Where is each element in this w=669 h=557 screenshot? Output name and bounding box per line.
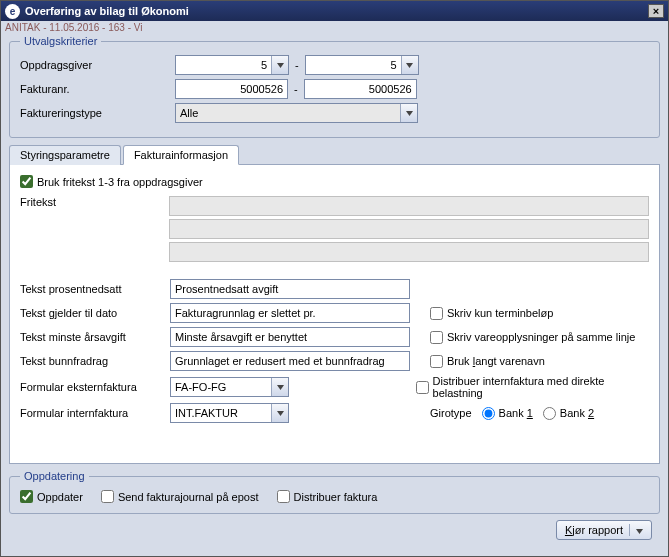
bruk-fritekst-label: Bruk fritekst 1-3 fra oppdragsgiver [37,176,203,188]
oppdater-label: Oppdater [37,491,83,503]
tekst-bunnfradrag-input[interactable] [170,351,410,371]
girotype-bank1-label: Bank 1 [499,407,533,419]
tekst-minste-label: Tekst minste årsavgift [20,331,170,343]
oppdragsgiver-label: Oppdragsgiver [20,59,175,71]
skriv-terminbelop-label: Skriv kun terminbeløp [447,307,553,319]
skriv-vareopplysninger-checkbox[interactable]: Skriv vareopplysninger på samme linje [430,331,635,344]
distribuer-internfaktura-input[interactable] [416,381,429,394]
send-fakturajournal-input[interactable] [101,490,114,503]
oppdragsgiver-from-field[interactable] [175,55,289,75]
oppdragsgiver-to-field[interactable] [305,55,419,75]
skriv-vareopplysninger-input[interactable] [430,331,443,344]
utvalgskriterier-group: Utvalgskriterier Oppdragsgiver - Faktura… [9,35,660,138]
tab-panel-fakturainformasjon: Bruk fritekst 1-3 fra oppdragsgiver Frit… [9,164,660,464]
faktureringstype-label: Faktureringstype [20,107,175,119]
girotype-bank1-input[interactable] [482,407,495,420]
run-report-button[interactable]: Kjør rapport [556,520,652,540]
faktureringstype-value[interactable] [176,104,400,122]
distribuer-faktura-input[interactable] [277,490,290,503]
fakturanr-from-input[interactable] [175,79,288,99]
close-button[interactable]: × [648,4,664,18]
utvalgskriterier-legend: Utvalgskriterier [20,35,101,47]
fritekst-label: Fritekst [20,196,169,208]
formular-intern-label: Formular internfaktura [20,407,170,419]
range-separator: - [295,59,299,71]
tekst-prosentnedsatt-input[interactable] [170,279,410,299]
chevron-down-icon[interactable] [401,56,418,74]
titlebar: e Overføring av bilag til Økonomi × [1,1,668,21]
fritekst-1-input[interactable] [169,196,649,216]
distribuer-internfaktura-label: Distribuer internfaktura med direkte bel… [433,375,649,399]
fritekst-3-input[interactable] [169,242,649,262]
tekst-gjelder-label: Tekst gjelder til dato [20,307,170,319]
oppdragsgiver-from-input[interactable] [176,56,271,74]
distribuer-faktura-label: Distribuer faktura [294,491,378,503]
skriv-terminbelop-checkbox[interactable]: Skriv kun terminbeløp [430,307,553,320]
chevron-down-icon[interactable] [271,378,288,396]
oppdater-input[interactable] [20,490,33,503]
skriv-vareopplysninger-label: Skriv vareopplysninger på samme linje [447,331,635,343]
window-subtitle: ANITAK - 11.05.2016 - 163 - Vi [1,21,668,35]
window-title: Overføring av bilag til Økonomi [25,5,648,17]
bruk-fritekst-checkbox[interactable]: Bruk fritekst 1-3 fra oppdragsgiver [20,175,649,188]
tab-fakturainformasjon[interactable]: Fakturainformasjon [123,145,239,165]
oppdatering-group: Oppdatering Oppdater Send fakturajournal… [9,470,660,514]
bruk-langt-varenavn-checkbox[interactable]: Bruk langt varenavn [430,355,545,368]
formular-ekstern-label: Formular eksternfaktura [20,381,170,393]
girotype-label: Girotype [430,407,472,419]
oppdatering-legend: Oppdatering [20,470,89,482]
chevron-down-icon[interactable] [400,104,417,122]
fakturanr-label: Fakturanr. [20,83,175,95]
formular-intern-select[interactable] [170,403,289,423]
tekst-minste-input[interactable] [170,327,410,347]
bruk-langt-varenavn-label: Bruk langt varenavn [447,355,545,367]
skriv-terminbelop-input[interactable] [430,307,443,320]
tab-styringsparametre[interactable]: Styringsparametre [9,145,121,165]
app-logo-icon: e [5,4,20,19]
oppdater-checkbox[interactable]: Oppdater [20,490,83,503]
oppdragsgiver-to-input[interactable] [306,56,401,74]
chevron-down-icon[interactable] [271,404,288,422]
girotype-bank2-label: Bank 2 [560,407,594,419]
girotype-bank1-radio[interactable]: Bank 1 [482,407,533,420]
fakturanr-to-input[interactable] [304,79,417,99]
tekst-gjelder-input[interactable] [170,303,410,323]
distribuer-faktura-checkbox[interactable]: Distribuer faktura [277,490,378,503]
tekst-bunnfradrag-label: Tekst bunnfradrag [20,355,170,367]
bruk-fritekst-input[interactable] [20,175,33,188]
faktureringstype-select[interactable] [175,103,418,123]
formular-intern-value[interactable] [171,404,271,422]
app-window: e Overføring av bilag til Økonomi × ANIT… [0,0,669,557]
range-separator: - [294,83,298,95]
send-fakturajournal-label: Send fakturajournal på epost [118,491,259,503]
formular-ekstern-select[interactable] [170,377,289,397]
fritekst-2-input[interactable] [169,219,649,239]
girotype-bank2-input[interactable] [543,407,556,420]
tekst-prosentnedsatt-label: Tekst prosentnedsatt [20,283,170,295]
tab-bar: Styringsparametre Fakturainformasjon [9,145,660,165]
distribuer-internfaktura-checkbox[interactable]: Distribuer internfaktura med direkte bel… [416,375,649,399]
chevron-down-icon[interactable] [271,56,288,74]
send-fakturajournal-checkbox[interactable]: Send fakturajournal på epost [101,490,259,503]
chevron-down-icon[interactable] [629,524,643,536]
girotype-bank2-radio[interactable]: Bank 2 [543,407,594,420]
run-report-label: Kjør rapport [565,524,623,536]
bruk-langt-varenavn-input[interactable] [430,355,443,368]
formular-ekstern-value[interactable] [171,378,271,396]
